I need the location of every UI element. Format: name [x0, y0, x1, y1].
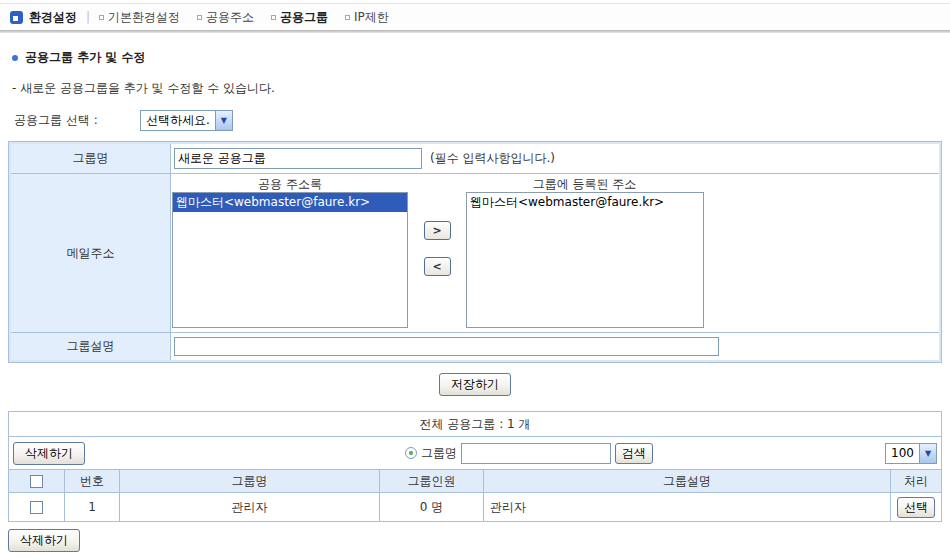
square-bullet-icon — [345, 15, 350, 20]
move-left-button[interactable]: < — [424, 257, 451, 276]
page-title: 환경설정 — [29, 9, 77, 26]
list-item[interactable]: 웹마스터<webmaster@faure.kr> — [173, 193, 407, 212]
row-select-button[interactable]: 선택 — [897, 497, 935, 518]
save-button[interactable]: 저장하기 — [439, 373, 511, 396]
shared-addressbook-listbox[interactable]: 웹마스터<webmaster@faure.kr> — [172, 192, 408, 328]
group-desc-row: 그룹설명 — [11, 333, 939, 360]
total-groups-label: 전체 공용그룹 : 1 개 — [9, 412, 942, 437]
settings-app-icon — [10, 11, 23, 24]
row-group-desc: 관리자 — [484, 493, 891, 522]
nav-item-shared-address[interactable]: 공용주소 — [197, 9, 254, 26]
group-list-table: 전체 공용그룹 : 1 개 삭제하기 그룹명 검색 100 ▼ — [8, 411, 942, 522]
row-group-name: 관리자 — [120, 493, 380, 522]
group-name-row: 그룹명 (필수 입력사항입니다.) — [11, 144, 939, 174]
top-nav-bar: 환경설정 | 기본환경설정 공용주소 공용그룹 IP제한 — [0, 3, 950, 30]
group-name-label: 그룹명 — [11, 144, 171, 173]
nav-item-label: 기본환경설정 — [108, 9, 180, 26]
list-item[interactable]: 웹마스터<webmaster@faure.kr> — [467, 193, 703, 212]
email-address-row: 메일주소 공용 주소록 웹마스터<webmaster@faure.kr> > <… — [11, 174, 939, 333]
group-name-required-note: (필수 입력사항입니다.) — [430, 150, 555, 167]
select-all-header-cell — [9, 470, 65, 493]
shared-addressbook-title: 공용 주소록 — [171, 176, 409, 192]
search-input[interactable] — [461, 443, 611, 464]
move-right-button[interactable]: > — [424, 221, 451, 240]
group-select-value: 선택하세요. — [141, 111, 215, 130]
row-member-count: 0 명 — [380, 493, 484, 522]
group-select-label: 공용그룹 선택 : — [14, 112, 140, 129]
move-buttons-column: > < — [409, 176, 465, 332]
col-header-member-count: 그룹인원 — [380, 470, 484, 493]
nav-item-label: 공용그룹 — [280, 9, 328, 26]
row-checkbox[interactable] — [30, 501, 43, 514]
group-desc-label: 그룹설명 — [11, 333, 171, 360]
bottom-delete-row: 삭제하기 — [8, 529, 950, 552]
select-all-checkbox[interactable] — [30, 475, 43, 488]
group-desc-input[interactable] — [174, 337, 719, 356]
page-size-value: 100 — [886, 444, 919, 463]
group-registered-title: 그룹에 등록된 주소 — [465, 176, 704, 192]
delete-selected-button[interactable]: 삭제하기 — [13, 442, 85, 465]
col-header-group-desc: 그룹설명 — [484, 470, 891, 493]
square-bullet-icon — [197, 15, 202, 20]
nav-item-basic-settings[interactable]: 기본환경설정 — [99, 9, 180, 26]
square-bullet-icon — [99, 15, 104, 20]
email-address-label: 메일주소 — [11, 174, 171, 332]
nav-separator: | — [86, 10, 90, 24]
col-header-group-name: 그룹명 — [120, 470, 380, 493]
section-header: 공용그룹 추가 및 수정 — [12, 49, 950, 66]
list-controls-row: 삭제하기 그룹명 검색 100 ▼ — [9, 442, 941, 465]
nav-item-ip-restriction[interactable]: IP제한 — [345, 9, 389, 26]
search-button[interactable]: 검색 — [615, 443, 653, 464]
shared-addressbook-column: 공용 주소록 웹마스터<webmaster@faure.kr> — [171, 176, 409, 332]
section-description: - 새로운 공용그룹을 추가 및 수정할 수 있습니다. — [12, 80, 950, 97]
group-select-row: 공용그룹 선택 : 선택하세요. ▼ — [14, 110, 950, 131]
square-bullet-icon — [271, 15, 276, 20]
group-name-input[interactable] — [174, 148, 422, 169]
top-nav-underline — [0, 30, 950, 33]
page-size-dropdown[interactable]: 100 ▼ — [885, 443, 937, 464]
row-number: 1 — [65, 493, 120, 522]
group-registered-column: 그룹에 등록된 주소 웹마스터<webmaster@faure.kr> — [465, 176, 704, 332]
section-title: 공용그룹 추가 및 수정 — [25, 49, 146, 66]
bottom-delete-button[interactable]: 삭제하기 — [8, 529, 80, 552]
table-row: 1 관리자 0 명 관리자 선택 — [9, 493, 942, 522]
section-bullet-icon — [12, 55, 18, 61]
search-radio-label: 그룹명 — [421, 445, 457, 462]
col-header-action: 처리 — [891, 470, 942, 493]
group-edit-form: 그룹명 (필수 입력사항입니다.) 메일주소 공용 주소록 웹마스터<webma… — [8, 141, 942, 363]
table-header-row: 번호 그룹명 그룹인원 그룹설명 처리 — [9, 470, 942, 493]
nav-item-label: IP제한 — [354, 9, 389, 26]
nav-item-shared-group[interactable]: 공용그룹 — [271, 9, 328, 26]
chevron-down-icon: ▼ — [215, 111, 232, 130]
search-by-name-radio[interactable] — [405, 447, 417, 459]
col-header-no: 번호 — [65, 470, 120, 493]
group-registered-listbox[interactable]: 웹마스터<webmaster@faure.kr> — [466, 192, 704, 328]
group-select-dropdown[interactable]: 선택하세요. ▼ — [140, 110, 233, 131]
chevron-down-icon: ▼ — [919, 444, 936, 463]
nav-item-label: 공용주소 — [206, 9, 254, 26]
save-row: 저장하기 — [0, 373, 950, 396]
